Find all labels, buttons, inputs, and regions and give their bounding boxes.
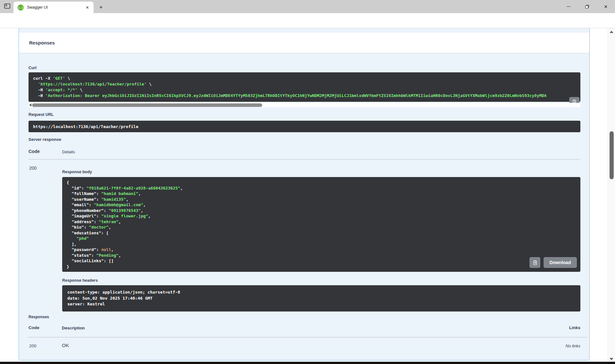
browser-toolbar: https://localhost:7136/swagger/index.htm… (0, 13, 615, 28)
status-code: 200 (29, 166, 37, 171)
download-button[interactable]: Download (544, 257, 577, 268)
response-body-label: Response body (62, 170, 92, 174)
window-restore-button[interactable] (578, 0, 596, 13)
restore-icon (585, 4, 590, 9)
request-url-block: https://localhost:7136/api/Teacher/profi… (29, 121, 580, 132)
vertical-scrollbar-thumb[interactable] (610, 131, 614, 179)
scroll-left-arrow-icon[interactable] (29, 103, 31, 107)
tab-title: Swagger UI (27, 5, 84, 10)
window-minimize-button[interactable] (559, 0, 578, 13)
responses-table-label: Responses (29, 315, 49, 319)
request-url-value: https://localhost:7136/api/Teacher/profi… (33, 124, 138, 129)
row-code: 200 (29, 344, 37, 348)
responses-section-header: Responses (19, 33, 589, 53)
responses-links-header: Links (532, 325, 580, 330)
swagger-page: Responses Curl curl -X 'GET' \ 'https://… (0, 28, 615, 364)
tab-close-icon[interactable]: ✕ (84, 5, 90, 10)
row-links: No links (516, 344, 580, 348)
response-headers-block: content-type: application/json; charset=… (62, 285, 580, 311)
response-body-copy-button[interactable] (529, 257, 540, 268)
responses-header-title: Responses (29, 40, 55, 45)
response-body-block[interactable]: { "id": "f018a621-7f8f-4a82-a928-a660436… (62, 177, 580, 272)
browser-vertical-scrollbar[interactable] (608, 28, 615, 364)
response-headers-label: Response headers (62, 278, 98, 283)
server-response-label: Server response (29, 137, 61, 142)
server-response-code-header: Code (29, 149, 40, 154)
responses-description-header: Description (62, 326, 85, 330)
window-close-button[interactable]: ✕ (596, 0, 615, 13)
responses-code-header: Code (29, 325, 39, 330)
table-divider (29, 159, 580, 159)
new-tab-button[interactable]: + (96, 3, 105, 11)
curl-horizontal-scrollbar[interactable] (29, 103, 580, 107)
row-description: OK (62, 343, 69, 348)
horizontal-scrollbar-thumb[interactable] (32, 103, 262, 107)
table-divider (28, 337, 587, 337)
minimize-icon (567, 6, 570, 7)
tab-strip: {…} Swagger UI ✕ + ✕ (0, 0, 615, 13)
server-response-details-header: Details (62, 150, 75, 154)
curl-label: Curl (29, 66, 37, 70)
copy-clipboard-icon (532, 260, 538, 266)
browser-window: {…} Swagger UI ✕ + ✕ https://localhost:7… (0, 0, 615, 364)
scroll-up-arrow-icon[interactable] (610, 31, 613, 33)
scroll-down-arrow-icon[interactable] (610, 358, 613, 360)
swagger-favicon-icon: {…} (18, 4, 24, 11)
window-controls: ✕ (559, 0, 615, 13)
browser-tab-swagger-ui[interactable]: {…} Swagger UI ✕ (13, 2, 94, 13)
curl-command-block[interactable]: curl -X 'GET' \ 'https://localhost:7136/… (29, 72, 580, 102)
request-url-label: Request URL (29, 112, 54, 117)
window-bottom-edge (0, 362, 615, 364)
tab-actions-menu-icon[interactable] (3, 2, 12, 11)
